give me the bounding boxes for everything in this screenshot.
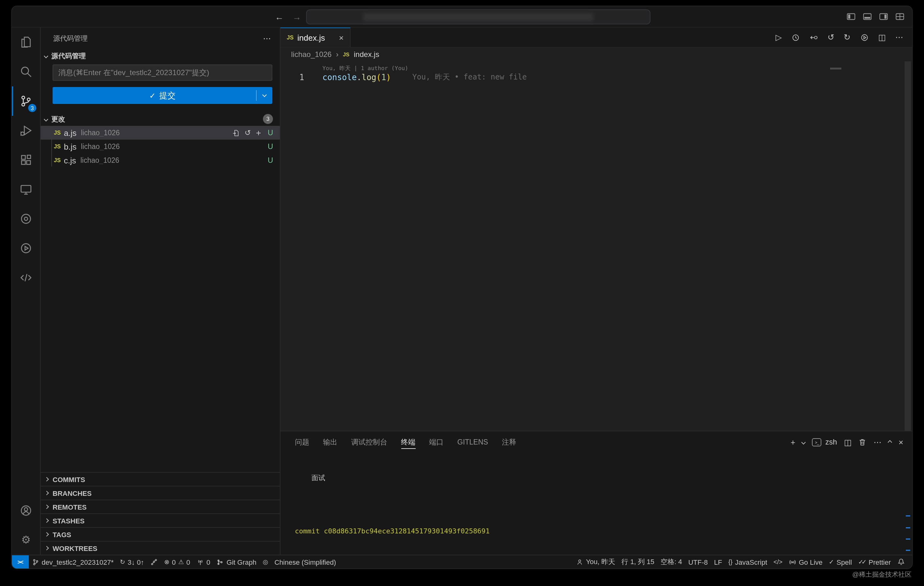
discard-changes-icon[interactable]: ↺ — [245, 129, 251, 137]
back-icon[interactable]: ← — [275, 12, 284, 21]
run-file-button[interactable]: ▷ — [776, 33, 782, 41]
file-row-a.js[interactable]: JS a.js lichao_1026 ↺ + U — [41, 126, 280, 140]
spell-checker-status[interactable]: ✓ Spell — [826, 555, 855, 568]
section-worktrees[interactable]: WORKTREES — [41, 541, 280, 555]
panel-tab-comments[interactable]: 注释 — [495, 431, 523, 453]
terminal[interactable]: 面试 commit c08d86317bc94ece31281451793014… — [280, 453, 912, 555]
language-mode-status[interactable]: {} JavaScript — [725, 555, 770, 568]
commit-button-label: 提交 — [159, 90, 176, 101]
section-branches[interactable]: BRANCHES — [41, 486, 280, 500]
ports-status[interactable]: 0 — [193, 555, 213, 568]
file-folder: lichao_1026 — [81, 129, 231, 137]
gitlens-blame-status[interactable]: You, 昨天 — [573, 555, 618, 568]
explorer-icon[interactable] — [12, 28, 40, 57]
layout-controls — [846, 6, 904, 27]
extensions-icon[interactable] — [12, 145, 40, 175]
sidebar-bottom-sections: COMMITS BRANCHES REMOTES STASHES TAGS WO… — [41, 472, 280, 555]
toggle-panel-icon[interactable] — [863, 12, 872, 21]
section-remotes[interactable]: REMOTES — [41, 500, 280, 513]
previous-change-icon[interactable]: ↺ — [828, 33, 835, 41]
problems-status[interactable]: ⊗ 0 ⚠ 0 — [161, 555, 193, 568]
split-terminal-icon[interactable]: ◫ — [844, 438, 852, 446]
open-changes-icon[interactable] — [809, 33, 818, 41]
run-debug-icon[interactable] — [12, 116, 40, 145]
stage-changes-icon[interactable]: + — [256, 128, 261, 137]
live-preview-icon[interactable] — [12, 234, 40, 263]
sync-icon: ↻ — [120, 558, 125, 565]
prettier-status[interactable]: ✓✓ Prettier — [855, 555, 894, 568]
code-brackets-icon[interactable] — [12, 263, 40, 292]
kill-terminal-icon[interactable] — [859, 438, 867, 446]
breadcrumb[interactable]: lichao_1026 › JS index.js — [280, 48, 912, 61]
split-editor-icon[interactable]: ◫ — [878, 33, 886, 41]
commit-dropdown-icon[interactable] — [262, 92, 267, 97]
annotations-toggle-status[interactable]: ◎ — [259, 555, 271, 568]
accounts-icon[interactable] — [12, 496, 40, 525]
panel-tab-problems[interactable]: 问题 — [288, 431, 316, 453]
forward-icon[interactable]: → — [292, 12, 301, 21]
terminal-shell-selector[interactable]: >_ zsh — [812, 437, 837, 446]
panel-tab-gitlens[interactable]: GITLENS — [450, 431, 495, 453]
indentation-status[interactable]: 空格: 4 — [657, 555, 685, 568]
title-bar: ← → — [12, 6, 912, 28]
source-control-icon[interactable]: 3 — [12, 86, 40, 116]
file-row-b.js[interactable]: JS b.js lichao_1026 U — [41, 140, 280, 154]
close-tab-icon[interactable]: × — [333, 33, 344, 42]
editor-scrollbar[interactable] — [904, 61, 911, 431]
toggle-secondary-sidebar-icon[interactable] — [879, 12, 888, 21]
breadcrumb-file[interactable]: index.js — [354, 50, 379, 59]
eol-status[interactable]: LF — [711, 555, 725, 568]
section-commits[interactable]: COMMITS — [41, 472, 280, 486]
git-status-untracked: U — [267, 142, 274, 151]
terminal-line: 面试 — [295, 474, 912, 483]
git-graph-status[interactable]: Git Graph — [213, 555, 259, 568]
remote-indicator[interactable]: >< — [12, 555, 28, 568]
gitlens-icon[interactable] — [12, 204, 40, 234]
go-live-status[interactable]: Go Live — [785, 555, 826, 568]
commit-button[interactable]: ✓ 提交 — [53, 87, 272, 104]
sync-status[interactable]: ↻ 3↓ 0↑ — [117, 555, 147, 568]
braces-icon: {} — [728, 558, 733, 565]
settings-gear-icon[interactable]: ⚙ — [12, 525, 40, 555]
breadcrumb-folder[interactable]: lichao_1026 — [291, 50, 332, 59]
customize-layout-icon[interactable] — [895, 12, 904, 21]
section-stashes[interactable]: STASHES — [41, 513, 280, 527]
code-text[interactable]: console.log(1) — [322, 73, 391, 82]
close-panel-icon[interactable]: × — [899, 438, 903, 446]
more-actions-icon[interactable]: ⋯ — [874, 438, 882, 446]
gitlens-inline-blame: You, 昨天 • feat: new file — [412, 72, 527, 83]
notifications-status[interactable] — [894, 555, 908, 568]
file-name: b.js — [64, 142, 76, 151]
branch-status[interactable]: dev_testlc2_20231027* — [28, 555, 117, 568]
new-terminal-icon[interactable]: + — [791, 438, 795, 446]
panel-tab-ports[interactable]: 端口 — [422, 431, 450, 453]
open-file-icon[interactable] — [232, 129, 240, 137]
more-actions-icon[interactable]: ⋯ — [263, 33, 271, 43]
next-change-icon[interactable]: ↻ — [844, 33, 851, 41]
search-icon[interactable] — [12, 57, 40, 86]
button-divider — [256, 90, 257, 101]
toggle-primary-sidebar-icon[interactable] — [846, 12, 856, 21]
panel-tab-debug-console[interactable]: 调试控制台 — [344, 431, 394, 453]
cursor-position-status[interactable]: 行 1, 列 15 — [618, 555, 657, 568]
commit-graph-status[interactable] — [147, 555, 161, 568]
file-history-icon[interactable] — [791, 33, 800, 41]
terminal-launch-dropdown-icon[interactable] — [802, 440, 806, 444]
run-circle-icon[interactable] — [860, 33, 869, 41]
maximize-panel-icon[interactable] — [888, 440, 893, 444]
code-runner-status[interactable]: </> — [770, 555, 785, 568]
remote-explorer-icon[interactable] — [12, 175, 40, 204]
encoding-status[interactable]: UTF-8 — [685, 555, 711, 568]
panel-tab-terminal[interactable]: 终端 — [394, 431, 422, 453]
display-language-status[interactable]: Chinese (Simplified) — [271, 555, 339, 568]
code-editor[interactable]: You, 昨天 | 1 author (You) 1 console.log(1… — [280, 61, 912, 431]
changes-section-header[interactable]: 更改 3 — [41, 112, 280, 126]
scm-section-header[interactable]: 源代码管理 — [41, 49, 280, 63]
file-row-c.js[interactable]: JS c.js lichao_1026 U — [41, 154, 280, 167]
command-center-search[interactable] — [306, 9, 650, 25]
panel-tab-output[interactable]: 输出 — [316, 431, 344, 453]
more-actions-icon[interactable]: ⋯ — [895, 33, 903, 41]
section-tags[interactable]: TAGS — [41, 527, 280, 541]
commit-message-input[interactable]: 消息(⌘Enter 在"dev_testlc2_20231027"提交) — [53, 64, 272, 81]
tab-index.js[interactable]: JS index.js × — [280, 28, 351, 47]
